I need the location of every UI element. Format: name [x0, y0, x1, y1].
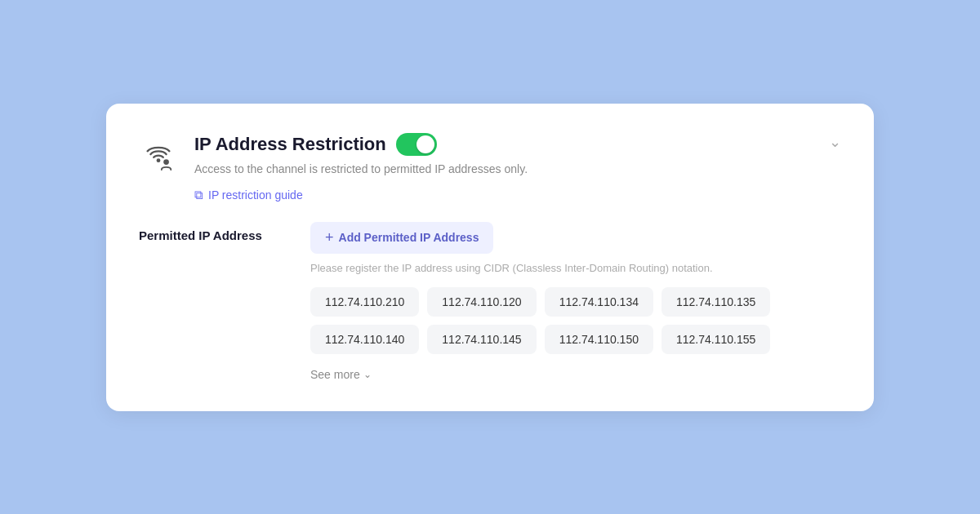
see-more-label: See more [310, 368, 360, 381]
toggle-track[interactable] [396, 133, 437, 156]
header-content: IP Address Restriction Access to the cha… [194, 133, 841, 178]
see-more-button[interactable]: See more ⌄ [310, 368, 372, 381]
add-button-label: Add Permitted IP Address [339, 231, 479, 244]
chevron-down-icon: ⌄ [363, 369, 372, 380]
wifi-icon [139, 135, 178, 174]
permitted-section: Permitted IP Address + Add Permitted IP … [139, 222, 841, 382]
ip-address-tag: 112.74.110.135 [662, 287, 770, 317]
ip-address-tag: 112.74.110.150 [545, 325, 653, 354]
svg-point-0 [157, 158, 161, 162]
ip-address-tag: 112.74.110.134 [545, 287, 653, 317]
collapse-button[interactable]: ⌄ [829, 133, 841, 151]
subtitle-text: Access to the channel is restricted to p… [194, 161, 841, 178]
ip-address-tag: 112.74.110.140 [310, 325, 419, 354]
page-title: IP Address Restriction [194, 134, 386, 155]
plus-icon: + [325, 229, 334, 246]
ip-address-tag: 112.74.110.210 [310, 287, 419, 317]
permitted-right: + Add Permitted IP Address Please regist… [310, 222, 841, 382]
cidr-note: Please register the IP address using CID… [310, 262, 841, 274]
permitted-label: Permitted IP Address [139, 222, 278, 242]
toggle-thumb [416, 135, 434, 153]
ip-address-tag: 112.74.110.145 [427, 325, 536, 354]
external-link-icon: ⧉ [194, 188, 203, 202]
ip-address-tag: 112.74.110.155 [662, 325, 770, 354]
ip-address-grid: 112.74.110.210112.74.110.120112.74.110.1… [310, 287, 841, 354]
add-permitted-ip-button[interactable]: + Add Permitted IP Address [310, 222, 493, 254]
ip-restriction-card: ⌄ IP Address Restriction [106, 104, 874, 411]
ip-address-tag: 112.74.110.120 [427, 287, 536, 317]
ip-restriction-guide-link[interactable]: ⧉ IP restriction guide [194, 188, 303, 202]
guide-link-text: IP restriction guide [208, 188, 303, 202]
card-header: IP Address Restriction Access to the cha… [139, 133, 841, 178]
ip-restriction-toggle[interactable] [396, 133, 437, 156]
title-row: IP Address Restriction [194, 133, 841, 156]
svg-point-1 [163, 159, 169, 165]
